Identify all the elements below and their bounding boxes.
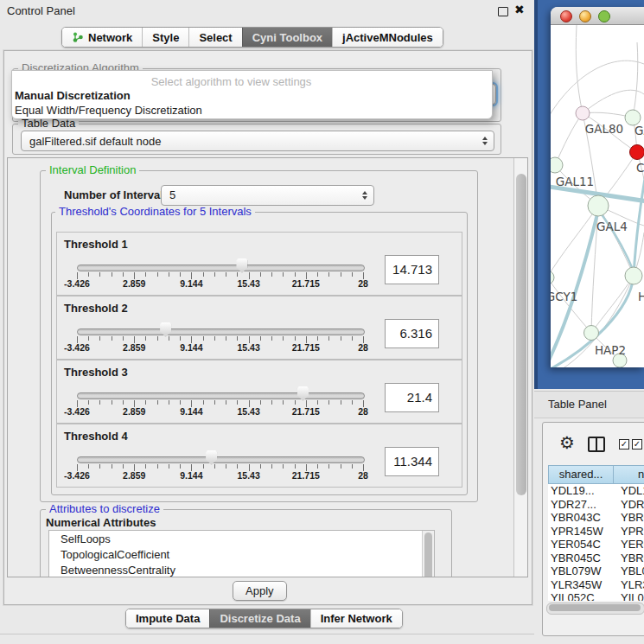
settings-vertical-scrollbar[interactable] xyxy=(513,158,528,577)
list-item[interactable]: SelfLoops xyxy=(49,531,434,546)
tab-impute-data[interactable]: Impute Data xyxy=(126,609,209,628)
table-cell[interactable]: YDL1 xyxy=(621,484,644,498)
combobox-value: galFiltered.sif default node xyxy=(22,135,161,148)
algorithm-dropdown-popup: Select algorithm to view settings Manual… xyxy=(11,70,493,119)
slider-tick-labels: -3.4262.8599.14415.4321.71528 xyxy=(77,406,363,417)
dropdown-option-manual[interactable]: Manual Discretization xyxy=(14,89,490,103)
network-canvas[interactable]: GAL80 GA C GAL11 GAL4 GCY1 H HAP2 xyxy=(551,25,644,367)
settings-scroll-area: Interval Definition Number of Intervals … xyxy=(7,157,528,577)
numerical-attributes-label: Numerical Attributes xyxy=(46,516,156,529)
table-cell[interactable]: YBR045C xyxy=(551,552,615,565)
node-gal4[interactable] xyxy=(588,195,609,216)
tab-discretize-data[interactable]: Discretize Data xyxy=(209,609,309,628)
network-window-titlebar[interactable] xyxy=(551,7,644,25)
threshold-4-value[interactable]: 11.344 xyxy=(385,447,439,476)
threshold-4-panel: Threshold 4 -3.4262.8599.14415.4321.7152… xyxy=(56,424,462,488)
threshold-label: Threshold 4 xyxy=(64,430,128,443)
tab-label: Network xyxy=(88,31,132,44)
number-of-intervals-spinner[interactable]: 5 xyxy=(161,185,374,206)
table-cell[interactable]: YER054C xyxy=(551,538,615,552)
column-header-name[interactable]: na xyxy=(613,465,644,484)
zoom-button[interactable] xyxy=(598,10,610,22)
table-cell[interactable]: YBL079W xyxy=(551,564,615,578)
table-horizontal-scrollbar[interactable] xyxy=(546,603,644,615)
network-icon xyxy=(72,31,84,43)
table-cell[interactable]: YPR145W xyxy=(551,525,615,539)
threshold-3-slider[interactable] xyxy=(77,392,365,399)
split-columns-icon[interactable] xyxy=(588,437,605,452)
threshold-3-value[interactable]: 21.4 xyxy=(385,383,439,412)
tab-select[interactable]: Select xyxy=(188,28,241,47)
threshold-4-slider[interactable] xyxy=(77,456,365,463)
checkbox-icon[interactable]: ✓ xyxy=(619,439,629,450)
control-panel-tabs: Network Style Select Cyni Toolbox jActiv… xyxy=(61,27,443,48)
slider-tick-labels: -3.4262.8599.14415.4321.71528 xyxy=(77,342,363,353)
table-cell[interactable]: YER0 xyxy=(621,538,644,552)
node-hap2[interactable] xyxy=(584,326,599,341)
network-graph: GAL80 GA C GAL11 GAL4 GCY1 H HAP2 xyxy=(551,25,644,367)
node-right[interactable] xyxy=(625,267,642,284)
threshold-2-value[interactable]: 6.316 xyxy=(385,319,439,348)
float-window-icon[interactable] xyxy=(498,7,508,16)
close-button[interactable] xyxy=(560,10,572,22)
threshold-1-value[interactable]: 14.713 xyxy=(385,255,439,284)
bottom-tabs: Impute Data Discretize Data Infer Networ… xyxy=(125,609,403,628)
node-label-gal11: GAL11 xyxy=(556,175,594,188)
threshold-label: Threshold 2 xyxy=(64,302,128,315)
table-cell[interactable]: YBL0 xyxy=(621,564,644,578)
close-icon[interactable]: ✖ xyxy=(514,3,525,16)
node-label-partial-mid: C xyxy=(636,161,644,175)
tab-network[interactable]: Network xyxy=(62,28,142,47)
control-panel-titlebar: Control Panel ✖ xyxy=(0,0,534,21)
table-cell[interactable]: YBR0 xyxy=(621,552,644,565)
dropdown-option-equal-width[interactable]: Equal Width/Frequency Discretization xyxy=(14,104,490,118)
tab-infer-network[interactable]: Infer Network xyxy=(310,609,402,628)
table-cell[interactable]: YBR0 xyxy=(621,511,644,525)
application-window: Control Panel ✖ Network Style Select Cyn… xyxy=(0,0,644,644)
table-cell[interactable]: YDL19... xyxy=(551,484,615,498)
table-panel: ⚙ ✓ ✓ shared... na YDL19... YDL1 YDR27..… xyxy=(542,422,644,636)
node-label-hap2: HAP2 xyxy=(595,343,626,357)
table-cell[interactable]: YDR2 xyxy=(621,498,644,512)
gear-icon[interactable]: ⚙ xyxy=(559,434,575,451)
table-data-combobox[interactable]: galFiltered.sif default node xyxy=(21,131,494,151)
tab-jactivemnodules[interactable]: jActiveMNodules xyxy=(332,28,443,47)
list-item[interactable]: BetweennessCentrality xyxy=(49,562,434,577)
threshold-label: Threshold 3 xyxy=(64,366,128,379)
minimize-button[interactable] xyxy=(579,10,591,22)
node-label-gcy1: GCY1 xyxy=(551,290,577,303)
spinner-value: 5 xyxy=(169,188,175,201)
network-view-window: GAL80 GA C GAL11 GAL4 GCY1 H HAP2 xyxy=(551,7,644,367)
tab-style[interactable]: Style xyxy=(142,28,188,47)
thresholds-group: Threshold's Coordinates for 5 Intervals … xyxy=(51,212,468,495)
table-cell[interactable]: YDR27... xyxy=(551,498,615,512)
node-gcy1[interactable] xyxy=(551,271,554,284)
tab-cyni-toolbox[interactable]: Cyni Toolbox xyxy=(242,28,332,47)
group-title: Threshold's Coordinates for 5 Intervals xyxy=(55,206,255,218)
node-pink[interactable] xyxy=(576,106,590,120)
table-cell[interactable]: YLR3 xyxy=(621,578,644,592)
node-label-partial-top: GA xyxy=(634,124,644,137)
dropdown-hint: Select algorithm to view settings xyxy=(12,75,450,88)
node-red-selected[interactable] xyxy=(630,145,644,160)
list-item[interactable]: TopologicalCoefficient xyxy=(49,546,434,562)
table-cell[interactable]: YIL052C xyxy=(551,591,615,601)
bottom-divider xyxy=(0,634,534,634)
checkbox-icon[interactable]: ✓ xyxy=(632,439,642,450)
table-cell[interactable]: YBR043C xyxy=(551,511,615,525)
table-cell[interactable]: YIL0 xyxy=(621,591,644,601)
threshold-label: Threshold 1 xyxy=(64,238,128,251)
column-header-shared-name[interactable]: shared... xyxy=(548,465,614,484)
threshold-2-panel: Threshold 2 -3.4262.8599.14415.4321.7152… xyxy=(56,296,462,360)
node-gal11[interactable] xyxy=(551,157,563,173)
threshold-2-slider[interactable] xyxy=(77,328,365,335)
table-cell[interactable]: YPR1 xyxy=(621,525,644,539)
cyni-toolbox-panel: Discretization Algorithm Table Data galF… xyxy=(3,50,532,605)
list-scrollbar[interactable] xyxy=(422,531,434,577)
threshold-1-slider[interactable] xyxy=(77,265,365,271)
group-title: Table Data xyxy=(18,118,79,130)
apply-button[interactable]: Apply xyxy=(233,581,287,601)
slider-tick-labels: -3.4262.8599.14415.4321.71528 xyxy=(77,470,363,481)
table-cell[interactable]: YLR345W xyxy=(551,578,615,592)
combo-arrows-icon xyxy=(482,137,488,145)
